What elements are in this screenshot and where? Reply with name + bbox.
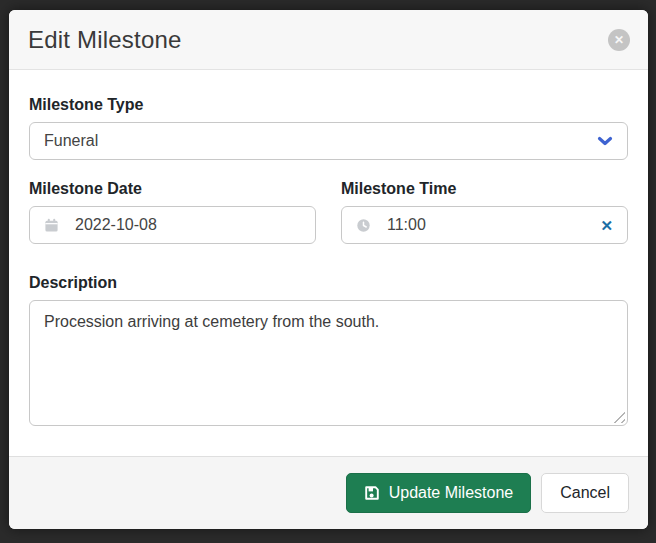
milestone-type-label: Milestone Type — [29, 96, 628, 114]
cancel-label: Cancel — [560, 484, 610, 502]
clock-icon — [356, 218, 371, 233]
description-label: Description — [29, 274, 628, 292]
description-value: Procession arriving at cemetery from the… — [44, 313, 379, 330]
update-milestone-button[interactable]: Update Milestone — [346, 473, 532, 513]
milestone-time-label: Milestone Time — [341, 180, 628, 198]
chevron-down-icon — [597, 136, 613, 147]
dialog-body: Milestone Type Funeral Milestone Date — [9, 70, 648, 426]
milestone-date-label: Milestone Date — [29, 180, 316, 198]
milestone-date-value: 2022-10-08 — [75, 216, 157, 234]
milestone-type-value: Funeral — [44, 132, 98, 150]
close-button[interactable]: ✕ — [608, 29, 630, 51]
milestone-type-group: Milestone Type Funeral — [29, 96, 628, 160]
milestone-time-input[interactable]: 11:00 ✕ — [341, 206, 628, 244]
description-textarea[interactable]: Procession arriving at cemetery from the… — [29, 300, 628, 426]
dialog-title: Edit Milestone — [28, 26, 182, 54]
edit-milestone-dialog: Edit Milestone ✕ Milestone Type Funeral … — [9, 10, 648, 529]
x-clear-icon[interactable]: ✕ — [600, 218, 613, 233]
milestone-date-input[interactable]: 2022-10-08 — [29, 206, 316, 244]
close-icon: ✕ — [614, 29, 624, 51]
dialog-header: Edit Milestone ✕ — [9, 10, 648, 70]
milestone-date-group: Milestone Date 2022-10-08 — [29, 180, 316, 244]
cancel-button[interactable]: Cancel — [541, 473, 629, 513]
milestone-type-select[interactable]: Funeral — [29, 122, 628, 160]
description-group: Description Procession arriving at cemet… — [29, 274, 628, 426]
calendar-icon — [44, 218, 59, 233]
dialog-footer: Update Milestone Cancel — [9, 456, 648, 529]
milestone-time-value: 11:00 — [387, 216, 426, 234]
date-time-row: Milestone Date 2022-10-08 Milestone Time — [29, 180, 628, 244]
milestone-time-group: Milestone Time 11:00 ✕ — [341, 180, 628, 244]
save-icon — [364, 485, 380, 501]
resize-handle[interactable] — [613, 411, 625, 423]
update-milestone-label: Update Milestone — [389, 484, 514, 502]
